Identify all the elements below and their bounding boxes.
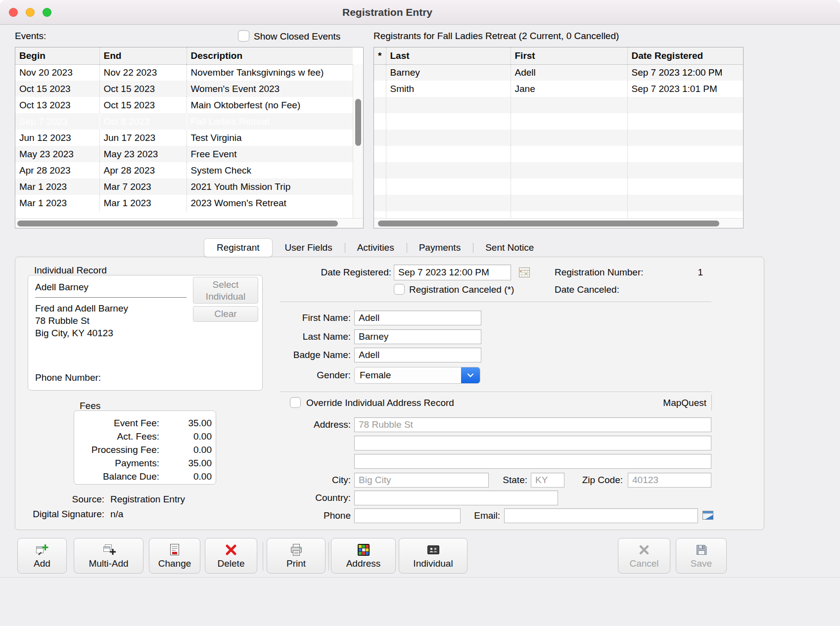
titlebar: Registration Entry xyxy=(0,0,840,25)
fee-label: Act. Fees: xyxy=(74,430,159,443)
address-button[interactable]: Address xyxy=(331,538,396,574)
calendar-icon[interactable] xyxy=(518,266,531,279)
empty-row[interactable] xyxy=(374,162,743,179)
registrant-row[interactable]: BarneyAdellSep 7 2023 12:00 PM xyxy=(374,64,743,81)
chevron-down-icon xyxy=(461,367,480,383)
window-bottom-divider xyxy=(0,577,840,578)
fee-value: 0.00 xyxy=(159,470,216,483)
override-address-checkbox[interactable] xyxy=(290,397,301,408)
registration-number-label: Registration Number: xyxy=(555,265,644,280)
events-vscroll-thumb[interactable] xyxy=(355,99,361,146)
cancel-icon xyxy=(637,542,652,557)
column-header[interactable]: Date Registered xyxy=(627,47,743,64)
mapquest-divider xyxy=(711,395,712,410)
tab-activities[interactable]: Activities xyxy=(345,238,407,257)
individual-phone-label: Phone Number: xyxy=(35,372,101,383)
events-label: Events: xyxy=(15,31,46,42)
column-header[interactable]: End xyxy=(99,47,187,64)
event-row[interactable]: Oct 15 2023Oct 15 2023Women's Event 2023 xyxy=(15,81,353,97)
cancel-button[interactable]: Cancel xyxy=(618,538,670,574)
fee-row: Payments:35.00 xyxy=(74,456,216,470)
address-cube-icon xyxy=(356,542,371,557)
email-input[interactable] xyxy=(504,508,698,523)
country-label: Country: xyxy=(231,491,351,505)
toolbar-divider xyxy=(328,542,329,571)
registrants-header-row: *LastFirstDate Registered xyxy=(374,47,743,64)
tab-bar: RegistrantUser FieldsActivitiesPaymentsS… xyxy=(204,238,546,257)
tab-registrant[interactable]: Registrant xyxy=(204,238,273,257)
events-hscroll-thumb[interactable] xyxy=(17,221,338,226)
empty-row[interactable] xyxy=(374,195,743,211)
show-closed-events-checkbox[interactable] xyxy=(238,30,249,42)
last-name-input[interactable] xyxy=(354,329,481,344)
add-button[interactable]: Add xyxy=(17,538,67,574)
save-button[interactable]: Save xyxy=(676,538,727,574)
event-row[interactable]: Jun 12 2023Jun 17 2023Test Virginia xyxy=(15,130,353,146)
tab-sent-notice[interactable]: Sent Notice xyxy=(473,238,546,257)
column-header[interactable]: First xyxy=(511,47,627,64)
events-horizontal-scrollbar[interactable] xyxy=(15,218,363,228)
state-input[interactable] xyxy=(531,473,564,488)
empty-row[interactable] xyxy=(374,179,743,195)
event-row[interactable]: Mar 1 2023Mar 7 20232021 Youth Mission T… xyxy=(15,179,353,195)
column-header[interactable]: * xyxy=(374,47,386,64)
column-header[interactable]: Begin xyxy=(15,47,99,64)
fee-row: Act. Fees:0.00 xyxy=(74,430,216,443)
city-input[interactable] xyxy=(354,473,489,488)
first-name-input[interactable] xyxy=(354,311,481,325)
fee-value: 35.00 xyxy=(159,456,216,470)
address-line: 78 Rubble St xyxy=(35,314,128,327)
event-row[interactable]: Apr 28 2023Apr 28 2023System Check xyxy=(15,162,353,179)
empty-row[interactable] xyxy=(374,113,743,130)
email-window-icon[interactable] xyxy=(701,508,715,522)
country-input[interactable] xyxy=(354,491,558,505)
tab-user-fields[interactable]: User Fields xyxy=(273,238,345,257)
column-header[interactable]: Description xyxy=(187,47,353,64)
column-header[interactable]: Last xyxy=(386,47,511,64)
fees-box: Event Fee:35.00Act. Fees:0.00Processing … xyxy=(74,410,216,485)
tab-payments[interactable]: Payments xyxy=(407,238,473,257)
individual-name: Adell Barney xyxy=(35,280,89,294)
change-icon xyxy=(167,542,182,557)
phone-input[interactable] xyxy=(354,508,461,523)
fee-label: Processing Fee: xyxy=(74,443,159,456)
event-row[interactable]: May 23 2023May 23 2023Free Event xyxy=(15,146,353,162)
registration-canceled-label: Registration Canceled (*) xyxy=(409,282,514,297)
registrants-hscroll-thumb[interactable] xyxy=(378,221,719,226)
empty-row[interactable] xyxy=(374,211,743,218)
select-individual-button[interactable]: Select Individual xyxy=(193,277,258,304)
empty-row[interactable] xyxy=(374,130,743,146)
fee-label: Payments: xyxy=(74,456,159,470)
event-row[interactable]: Nov 20 2023Nov 22 2023November Tanksgivn… xyxy=(15,64,353,81)
registrants-horizontal-scrollbar[interactable] xyxy=(374,218,743,228)
address-line2-input[interactable] xyxy=(354,436,711,450)
multi-add-button[interactable]: Multi-Add xyxy=(74,538,143,574)
address-line: Big City, KY 40123 xyxy=(35,327,128,339)
date-registered-input[interactable] xyxy=(394,265,511,280)
events-vertical-scrollbar[interactable] xyxy=(353,64,363,218)
digital-signature-line: Digital Signature:n/a xyxy=(15,509,123,520)
registration-entry-window: Registration Entry Events: Show Closed E… xyxy=(0,0,840,626)
fee-value: 35.00 xyxy=(159,416,216,430)
address-line1-input[interactable] xyxy=(354,417,711,432)
registrant-row[interactable]: SmithJaneSep 7 2023 1:01 PM xyxy=(374,81,743,97)
address-line3-input[interactable] xyxy=(354,454,711,469)
registrants-table-container: *LastFirstDate Registered BarneyAdellSep… xyxy=(373,47,744,228)
digital-signature-value: n/a xyxy=(110,509,123,519)
event-row[interactable]: Mar 1 2023Mar 1 20232023 Women's Retreat xyxy=(15,195,353,211)
window-title: Registration Entry xyxy=(0,0,775,25)
zip-code-input[interactable] xyxy=(628,473,711,488)
event-row[interactable]: Oct 13 2023Oct 15 2023Main Oktoberfest (… xyxy=(15,97,353,113)
mapquest-button[interactable]: MapQuest xyxy=(649,396,706,410)
individual-button[interactable]: Individual xyxy=(399,538,467,574)
print-button[interactable]: Print xyxy=(267,538,326,574)
last-name-label: Last Name: xyxy=(231,329,351,344)
event-row[interactable]: Sep 7 2023Oct 8 2023Fall Ladies Retreat xyxy=(15,113,353,130)
empty-row[interactable] xyxy=(374,146,743,162)
delete-button[interactable]: Delete xyxy=(205,538,257,574)
registration-canceled-checkbox[interactable] xyxy=(394,284,405,295)
gender-select[interactable]: Female xyxy=(354,367,480,384)
badge-name-input[interactable] xyxy=(354,348,481,362)
change-button[interactable]: Change xyxy=(149,538,200,574)
empty-row[interactable] xyxy=(374,97,743,113)
